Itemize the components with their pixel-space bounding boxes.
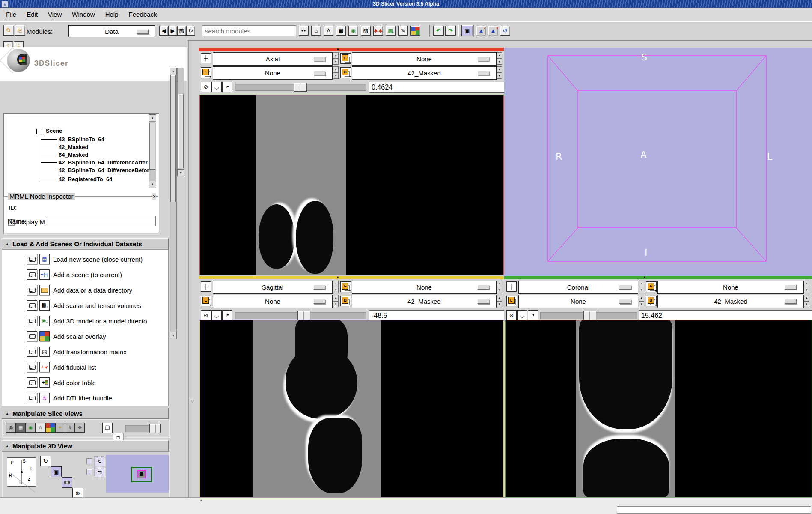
undo-button[interactable]: ↶ [433, 26, 444, 36]
crosshair-button[interactable]: + [55, 423, 65, 433]
action-label[interactable]: Add DTI fiber bundle [53, 394, 112, 402]
menu-edit[interactable]: Edit [27, 11, 38, 18]
inner-scrollbar[interactable] [177, 68, 184, 170]
tooltip-button[interactable]: ⋯ [27, 300, 37, 311]
background-spinner[interactable]: ▲▼ [497, 295, 502, 307]
tree-node[interactable]: 42_Masked [59, 144, 88, 150]
slice-model-visibility-button[interactable]: ◉ [26, 423, 36, 433]
spin-up[interactable]: ▲ [333, 281, 339, 287]
coronal-labelmap-dropdown[interactable]: None [518, 295, 638, 308]
coronal-foreground-dropdown[interactable]: None [657, 281, 804, 294]
tooltip-button[interactable]: ⋯ [27, 377, 37, 388]
navigate-crosshair-button[interactable]: ✥ [75, 423, 85, 433]
sagittal-orientation-dropdown[interactable]: Sagittal [213, 281, 333, 294]
sagittal-labelmap-dropdown[interactable]: None [213, 295, 333, 308]
navigation-preview[interactable] [106, 455, 169, 493]
spin-up[interactable]: ▲ [333, 52, 339, 59]
tree-node[interactable]: 42_BSplineTo_64_DifferenceBefore [59, 167, 152, 173]
models-module-button[interactable]: ◉ [348, 26, 358, 36]
action-label[interactable]: Add fiducial list [53, 364, 96, 371]
coronal-background-dropdown[interactable]: 42_Masked [657, 295, 804, 308]
spin-down[interactable]: ▼ [333, 59, 339, 65]
fiducial-select-button[interactable]: ▲∗ [488, 26, 498, 36]
tree-node-scene[interactable]: Scene [46, 128, 62, 134]
action-label[interactable]: Add a scene (to current) [53, 271, 122, 278]
spin-down[interactable]: ▼ [333, 287, 339, 293]
tooltip-button[interactable]: ⋯ [27, 393, 37, 403]
next-module-button[interactable]: ▶ [168, 26, 177, 36]
axial-fade-value[interactable]: 0.4624 [369, 82, 505, 93]
screen-capture-button[interactable]: ↺ [500, 26, 510, 36]
spin-down[interactable]: ▼ [497, 59, 502, 65]
action-label[interactable]: Add scalar overlay [53, 333, 106, 340]
tree-node[interactable]: 64_Masked [59, 152, 88, 158]
spin-up[interactable]: ▲ [639, 295, 644, 301]
inspector-close-icon[interactable]: × [152, 193, 156, 200]
slice-link-button[interactable]: ┼ [201, 53, 211, 63]
foreground-spinner[interactable]: ▲▼ [804, 281, 809, 293]
tooltip-button[interactable]: ⋯ [27, 347, 37, 357]
tree-expand-toggle[interactable]: − [36, 129, 42, 134]
slice-visibility-button[interactable]: ◡ [211, 82, 222, 92]
tree-scroll-up-button[interactable]: ▲ [149, 114, 156, 122]
slice-annotation-button[interactable]: A [36, 423, 45, 433]
rock-checkbox[interactable] [86, 469, 92, 475]
action-label[interactable]: Add transformation matrix [53, 348, 127, 356]
foreground-layer-button[interactable]: F▾ [340, 281, 351, 292]
background-spinner[interactable]: ▲▼ [497, 66, 502, 79]
add-data-button[interactable] [39, 285, 50, 295]
center-view-button[interactable]: ▣ [51, 466, 62, 477]
inner-scroll-thumb[interactable] [178, 94, 184, 168]
inner-scroll-down-button[interactable]: ▼ [177, 169, 184, 176]
link-slices-button[interactable]: ⊘ [201, 310, 211, 320]
module-refresh-button[interactable]: ↻ [186, 26, 195, 36]
spin-down[interactable]: ▼ [497, 301, 502, 308]
action-label[interactable]: Load new scene (close current) [53, 256, 143, 263]
spin-mode-button[interactable]: ↻ [94, 456, 105, 466]
fov-match-volumes-button[interactable]: ❐ [102, 423, 113, 433]
background-layer-button[interactable]: B▾ [646, 296, 657, 306]
volumes-module-button[interactable]: ▦ [336, 26, 346, 36]
previous-module-button[interactable]: ◀ [159, 26, 168, 36]
axial-labelmap-dropdown[interactable]: None [213, 66, 333, 80]
modules-dropdown[interactable]: Data [68, 25, 155, 37]
measurements-button[interactable]: Λ [324, 26, 333, 36]
spin-down[interactable]: ▼ [497, 73, 502, 79]
tree-scroll-thumb[interactable] [149, 123, 155, 170]
slice-menu-button[interactable]: ⁝▾ [528, 310, 538, 320]
add-dti-bundle-button[interactable]: ≋ [39, 393, 50, 403]
spin-up[interactable]: ▲ [804, 281, 809, 287]
spin-up[interactable]: ▲ [497, 52, 502, 59]
spin-down[interactable]: ▼ [333, 301, 339, 308]
coronal-orientation-dropdown[interactable]: Coronal [518, 281, 638, 294]
screenshot-button[interactable] [62, 477, 72, 488]
window-menu-button[interactable]: v [1, 1, 9, 8]
fiducials-module-button[interactable]: ∗∗ [373, 26, 383, 36]
collapse-caret-icon[interactable]: ▲ [643, 275, 647, 279]
foreground-layer-button[interactable]: F▾ [646, 281, 657, 292]
slider-handle[interactable] [294, 83, 307, 92]
slice-visibility-button[interactable]: ◎ [6, 423, 16, 433]
search-modules-input[interactable] [202, 25, 296, 36]
add-transform-button[interactable]: [∷] [39, 347, 50, 357]
slices-module-button[interactable]: ▨ [361, 26, 371, 36]
spin-checkbox[interactable] [86, 458, 92, 464]
sagittal-slice-viewport[interactable] [199, 320, 504, 497]
axial-color-bar[interactable]: ▲ [199, 48, 504, 51]
link-slices-button[interactable]: ⊘ [506, 310, 517, 320]
slice-opacity-slider[interactable] [125, 425, 161, 432]
spin-down[interactable]: ▼ [639, 301, 644, 308]
menu-window[interactable]: Window [72, 11, 95, 18]
background-layer-button[interactable]: B▾ [340, 296, 351, 306]
tooltip-button[interactable]: ⋯ [27, 285, 37, 295]
roi-module-button[interactable]: ▩ [386, 26, 396, 36]
tree-node[interactable]: 42_BSplineTo_64 [59, 136, 104, 143]
add-model-button[interactable]: ◉+ [39, 316, 50, 326]
spin-down[interactable]: ▼ [804, 287, 809, 293]
sagittal-color-bar[interactable]: ▲ [199, 276, 504, 279]
crosshair-grid-button[interactable]: # [65, 423, 75, 433]
tooltip-button[interactable]: ⋯ [27, 362, 37, 372]
sagittal-background-dropdown[interactable]: 42_Masked [352, 295, 497, 308]
labelmap-spinner[interactable]: ▲▼ [639, 295, 644, 307]
spin-down[interactable]: ▼ [333, 73, 339, 79]
